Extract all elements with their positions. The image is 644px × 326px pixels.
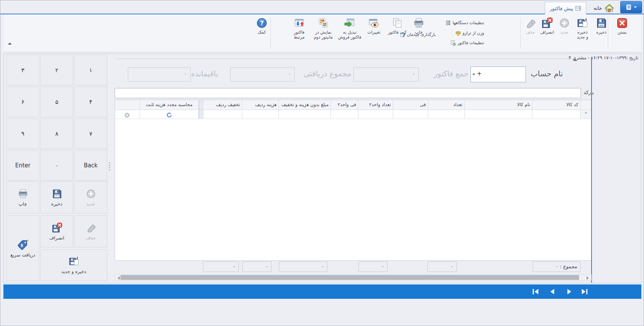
- row-amount-cell[interactable]: [279, 110, 331, 119]
- changes-eye-icon: [368, 17, 380, 29]
- printer-icon: [413, 17, 424, 29]
- column-header-item-name[interactable]: نام کالا: [465, 100, 533, 110]
- scale-weight-button[interactable]: وزن از ترازو: [455, 29, 484, 36]
- panel-splitter-handle[interactable]: [108, 162, 111, 172]
- account-value: +: [477, 70, 482, 77]
- numpad-key-4[interactable]: ۴: [74, 87, 107, 117]
- column-header-row-discount[interactable]: تخفیف ردیف: [203, 100, 243, 110]
- related-invoice-button[interactable]: فاکتور مرتبط: [289, 16, 310, 51]
- menu-icon: [626, 4, 632, 10]
- numpad-key-6[interactable]: ۶: [6, 87, 39, 117]
- numpad-key-back[interactable]: Back: [74, 150, 107, 181]
- side-delete-button: حذف: [74, 215, 107, 247]
- svg-text:$: $: [20, 243, 23, 247]
- related-invoice-icon: [294, 17, 305, 29]
- copy-icon: [392, 17, 403, 29]
- invoice-settings-button[interactable]: تنظیمات فاکتور: [450, 39, 484, 46]
- total-qty-unit2-box: ۰: [358, 261, 387, 272]
- next-record-button[interactable]: [565, 288, 573, 295]
- floppy-save-icon: [596, 17, 607, 29]
- column-header-row-cost[interactable]: هزینه ردیف: [242, 100, 279, 110]
- numpad-key-1[interactable]: ۱: [74, 55, 107, 85]
- total-row-cost-box: ۰: [242, 261, 272, 272]
- main-menu-button[interactable]: [620, 1, 642, 13]
- column-separator: [199, 100, 203, 110]
- row-discount-cell[interactable]: [203, 110, 243, 119]
- numpad-key-2[interactable]: ۲: [40, 55, 73, 85]
- row-item-code-cell[interactable]: [532, 110, 581, 119]
- second-monitor-button[interactable]: نمایش در مانیتور دوم: [310, 16, 336, 51]
- column-header-qty[interactable]: تعداد: [428, 100, 465, 110]
- first-record-button[interactable]: [532, 288, 540, 295]
- device-settings-button[interactable]: تنظیمات دستگاهها: [446, 19, 484, 26]
- ribbon-collapse-arrow[interactable]: [8, 41, 12, 45]
- chevron-down-icon[interactable]: [472, 74, 475, 77]
- numpad-key-7[interactable]: ۷: [74, 118, 107, 149]
- numpad-key-5[interactable]: ۵: [40, 87, 73, 117]
- plus-circle-icon: [559, 17, 570, 29]
- home-icon: [604, 3, 614, 13]
- column-header-item-code[interactable]: کد کالا: [532, 100, 581, 110]
- side-print-button[interactable]: چاپ: [6, 181, 39, 213]
- tab-home[interactable]: خانه: [589, 2, 619, 14]
- help-button[interactable]: ? کمک: [254, 16, 270, 51]
- scrollbar-thumb[interactable]: [120, 275, 579, 280]
- invoice-total-value: ۰: [354, 67, 419, 82]
- convert-to-sales-invoice-button[interactable]: تبدیل به فاکتور فروش: [337, 16, 363, 51]
- column-header-row-delete[interactable]: [115, 100, 140, 110]
- side-cancel-button[interactable]: انصراف: [40, 215, 73, 247]
- side-save-and-new-button[interactable]: ذخیره و جدید: [40, 249, 107, 281]
- pre-invoice-doc-icon: [575, 5, 581, 11]
- changes-button[interactable]: تغییرات: [363, 16, 384, 51]
- scroll-left-arrow-icon[interactable]: [116, 276, 120, 280]
- row-qty-cell[interactable]: [428, 110, 465, 119]
- print-button[interactable]: چاپ: [410, 16, 427, 51]
- refresh-icon: [166, 112, 172, 118]
- horizontal-scrollbar[interactable]: [115, 274, 592, 281]
- invoice-group-title: تاریخ :۱۳۹۹-۱۰-۱۷ ۱۶:۲۹ - مشتری ۴: [569, 55, 638, 60]
- eraser-icon: [525, 17, 536, 29]
- close-button[interactable]: بستن: [611, 16, 633, 51]
- barcode-input[interactable]: [115, 88, 581, 98]
- row-fee-unit2-cell[interactable]: [331, 110, 358, 119]
- column-header-fee[interactable]: فی: [393, 100, 428, 110]
- previous-record-button[interactable]: [548, 288, 556, 295]
- numpad-key-8[interactable]: ۸: [40, 118, 73, 149]
- remaining-value: ۰: [128, 67, 191, 82]
- row-qty-unit2-cell[interactable]: [358, 110, 393, 119]
- row-item-name-cell[interactable]: [465, 110, 533, 119]
- floppy-cancel-icon: [541, 17, 553, 29]
- price-tag-icon: $: [17, 239, 29, 250]
- last-record-icon: [580, 288, 589, 295]
- save-and-new-button[interactable]: ذخیره و جدید: [573, 16, 592, 51]
- convert-table-icon: [344, 17, 355, 29]
- save-button[interactable]: ذخیره: [593, 16, 610, 51]
- scroll-right-arrow-icon[interactable]: [587, 276, 590, 280]
- side-save-button[interactable]: ذخیره: [40, 181, 73, 213]
- numpad-key-3[interactable]: ۳: [6, 55, 39, 85]
- copy-invoice-button[interactable]: کپی فاکتور: [385, 16, 409, 51]
- numpad-key-0[interactable]: ۰: [40, 150, 73, 181]
- previous-record-icon: [548, 288, 556, 295]
- row-recalc-cell[interactable]: [140, 110, 199, 119]
- svg-text:?: ?: [260, 20, 263, 27]
- tab-pre-invoice-label: پیش فاکتور: [550, 6, 573, 11]
- column-header-recalc-fixed-cost[interactable]: محاسبه مجدد هزینه ثابت: [140, 100, 199, 110]
- row-delete-cell[interactable]: [115, 110, 140, 119]
- account-name-combobox[interactable]: +: [470, 66, 526, 82]
- quick-receive-button[interactable]: $ دریافت سریع: [6, 215, 39, 281]
- last-record-button[interactable]: [580, 288, 589, 295]
- numpad-key-9[interactable]: ۹: [6, 118, 39, 149]
- column-header-qty-unit2[interactable]: تعداد واحد۲: [358, 100, 393, 110]
- next-record-icon: [565, 288, 573, 295]
- tab-pre-invoice[interactable]: پیش فاکتور: [545, 2, 586, 14]
- column-header-amount-no-cost-discount[interactable]: مبلغ بدون هزینه و تخفیف: [279, 100, 331, 110]
- barcode-label: بارکد: [584, 90, 594, 95]
- cancel-button[interactable]: انصراف: [538, 16, 556, 51]
- row-fee-cell[interactable]: [393, 110, 428, 119]
- row-cost-cell[interactable]: [242, 110, 279, 119]
- row-separator-cell: [199, 110, 203, 119]
- numpad-key-enter[interactable]: Enter: [6, 150, 39, 181]
- scale-icon: [455, 30, 461, 36]
- column-header-fee-unit2[interactable]: فی واحد۲: [331, 100, 358, 110]
